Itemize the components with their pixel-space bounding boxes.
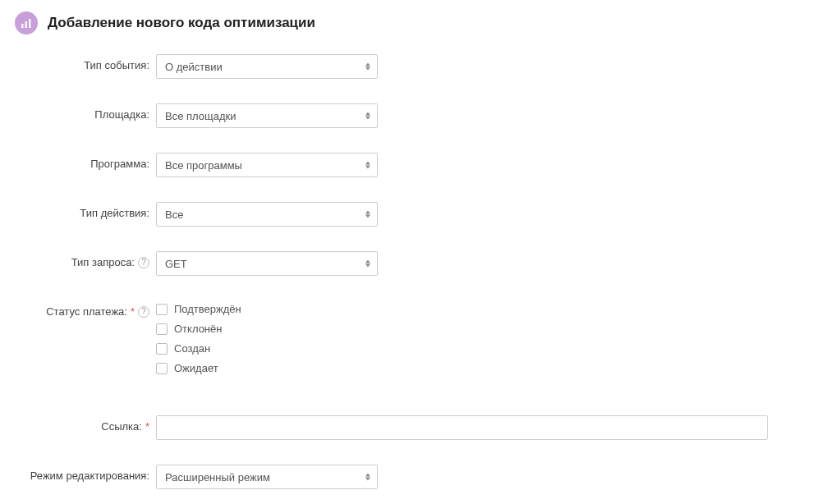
select-event-type-value: О действии (165, 61, 223, 73)
checkbox-label-declined[interactable]: Отклонён (174, 323, 222, 335)
label-link-text: Ссылка: (101, 420, 142, 433)
form: Тип события: О действии Площадка: Все пл… (15, 54, 816, 504)
label-request-type-text: Тип запроса: (71, 256, 135, 268)
optimization-icon (15, 11, 38, 34)
select-platform-value: Все площадки (165, 110, 236, 122)
svg-rect-0 (21, 24, 24, 28)
chevron-updown-icon (365, 260, 370, 268)
row-action-type: Тип действия: Все (15, 202, 816, 227)
checkbox-label-confirmed[interactable]: Подтверждён (174, 303, 241, 315)
chevron-updown-icon (365, 211, 370, 218)
checkbox-row-confirmed: Подтверждён (156, 303, 241, 315)
svg-rect-1 (25, 21, 28, 28)
row-link: Ссылка:* (15, 415, 816, 440)
chevron-updown-icon (365, 474, 370, 481)
row-edit-mode: Режим редактирования: Расширенный режим (15, 465, 816, 489)
svg-rect-2 (29, 19, 31, 28)
input-link[interactable] (156, 415, 768, 440)
label-payment-status-text: Статус платежа: (46, 305, 127, 318)
label-edit-mode-text: Режим редактирования: (30, 470, 149, 482)
select-platform[interactable]: Все площадки (156, 103, 378, 128)
select-request-type-value: GET (165, 258, 187, 270)
select-edit-mode-value: Расширенный режим (165, 471, 270, 483)
select-program-value: Все программы (165, 159, 242, 172)
label-action-type: Тип действия: (15, 202, 156, 219)
row-payment-status: Статус платежа:* ? Подтверждён Отклонён … (15, 300, 816, 374)
checkbox-row-declined: Отклонён (156, 323, 241, 335)
checkbox-created[interactable] (156, 343, 168, 355)
label-platform: Площадка: (15, 103, 156, 121)
label-action-type-text: Тип действия: (80, 207, 149, 219)
label-payment-status: Статус платежа:* ? (15, 300, 156, 318)
checkbox-row-pending: Ожидает (156, 362, 241, 374)
checkbox-label-pending[interactable]: Ожидает (174, 362, 218, 374)
chevron-updown-icon (365, 162, 370, 169)
row-program: Программа: Все программы (15, 153, 816, 177)
checkbox-label-created[interactable]: Создан (174, 342, 210, 355)
checkbox-confirmed[interactable] (156, 304, 168, 315)
row-platform: Площадка: Все площадки (15, 103, 816, 128)
select-program[interactable]: Все программы (156, 153, 378, 177)
help-icon[interactable]: ? (138, 257, 149, 268)
page-title: Добавление нового кода оптимизации (48, 15, 315, 31)
checkbox-row-created: Создан (156, 342, 241, 355)
select-action-type-value: Все (165, 208, 183, 221)
required-marker: * (131, 305, 135, 318)
select-request-type[interactable]: GET (156, 251, 378, 276)
select-event-type[interactable]: О действии (156, 54, 378, 79)
label-program-text: Программа: (90, 158, 149, 170)
row-request-type: Тип запроса: ? GET (15, 251, 816, 276)
label-link: Ссылка:* (15, 415, 156, 433)
label-program: Программа: (15, 153, 156, 170)
select-edit-mode[interactable]: Расширенный режим (156, 465, 378, 489)
checkbox-pending[interactable] (156, 363, 168, 374)
label-platform-text: Площадка: (94, 108, 149, 121)
required-marker: * (145, 420, 149, 433)
checkbox-declined[interactable] (156, 323, 168, 335)
chevron-updown-icon (365, 112, 370, 120)
label-event-type-text: Тип события: (84, 59, 149, 71)
chevron-updown-icon (365, 63, 370, 71)
checkbox-group-payment-status: Подтверждён Отклонён Создан Ожидает (156, 300, 241, 374)
select-action-type[interactable]: Все (156, 202, 378, 227)
label-edit-mode: Режим редактирования: (15, 465, 156, 482)
row-event-type: Тип события: О действии (15, 54, 816, 79)
label-event-type: Тип события: (15, 54, 156, 71)
help-icon[interactable]: ? (138, 306, 149, 318)
page-header: Добавление нового кода оптимизации (15, 11, 816, 34)
label-request-type: Тип запроса: ? (15, 251, 156, 268)
